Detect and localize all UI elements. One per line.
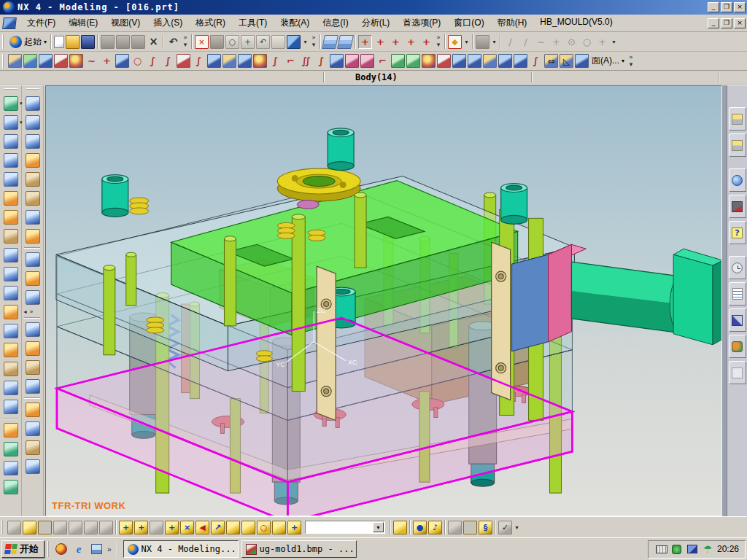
curve-tools-icon[interactable] bbox=[476, 35, 489, 49]
assembly-apply-icon[interactable]: ✓ bbox=[498, 521, 512, 534]
chamfer-icon[interactable] bbox=[422, 54, 436, 68]
wcs-origin-icon[interactable]: + bbox=[404, 35, 418, 49]
sphere-feature-icon[interactable] bbox=[69, 54, 83, 68]
document-icon[interactable] bbox=[2, 18, 17, 29]
form-tool-icon-11[interactable] bbox=[24, 289, 42, 306]
dropdown-arrow[interactable]: ▾ bbox=[301, 35, 309, 49]
menu-item-6[interactable]: 工具(T) bbox=[232, 15, 274, 31]
block-icon[interactable] bbox=[39, 54, 53, 68]
menu-item-8[interactable]: 信息(I) bbox=[316, 15, 355, 31]
form-tool-icon-2[interactable] bbox=[24, 114, 42, 131]
model-tool-icon-9[interactable] bbox=[2, 322, 20, 340]
show-degrees-icon[interactable] bbox=[463, 521, 477, 534]
form-tool-icon-19[interactable] bbox=[24, 458, 42, 475]
task-button-1[interactable]: NX 4 - Modeling... bbox=[123, 540, 239, 558]
model-tool-icon-4[interactable] bbox=[2, 228, 20, 245]
toolbar-grip[interactable] bbox=[1, 520, 5, 534]
draft-icon[interactable] bbox=[452, 54, 466, 68]
arc-icon[interactable]: ~ bbox=[534, 35, 548, 49]
instance-feature-icon[interactable] bbox=[238, 54, 252, 68]
model-tool-icon-1[interactable] bbox=[2, 171, 20, 188]
split-body-icon[interactable]: ∫ bbox=[314, 54, 328, 68]
wave-link-icon[interactable] bbox=[272, 521, 286, 534]
curve-op-icon-2[interactable]: ∫ bbox=[161, 54, 175, 68]
web-browser-tab[interactable] bbox=[729, 168, 746, 192]
combo-dropdown-arrow[interactable]: ▾ bbox=[373, 522, 384, 532]
hole-icon[interactable]: ○ bbox=[131, 54, 144, 68]
delete-icon[interactable]: × bbox=[147, 35, 160, 49]
internet-explorer-icon[interactable]: e bbox=[71, 542, 86, 556]
form-tool-icon-12[interactable] bbox=[24, 321, 42, 338]
arrangement-combo[interactable]: ▾ bbox=[305, 521, 385, 534]
model-tool-icon-10[interactable] bbox=[2, 341, 20, 359]
menu-item-10[interactable]: 首选项(P) bbox=[396, 15, 447, 31]
model-tool-icon-14[interactable] bbox=[2, 421, 20, 439]
dropdown-arrow[interactable]: ▾ bbox=[20, 101, 23, 106]
layer-settings-icon[interactable] bbox=[322, 35, 338, 49]
create-component-icon[interactable]: + bbox=[134, 521, 148, 534]
point-set-icon[interactable] bbox=[575, 54, 589, 68]
open-icon[interactable] bbox=[66, 35, 80, 49]
form-tool-icon-17[interactable] bbox=[24, 420, 42, 438]
component-preview-icon[interactable] bbox=[38, 521, 52, 534]
point-on-curve-icon[interactable]: + bbox=[549, 35, 563, 49]
boss-icon[interactable] bbox=[54, 54, 68, 68]
selection-tool-icon[interactable] bbox=[2, 440, 20, 458]
cut-icon[interactable] bbox=[101, 35, 115, 49]
model-tool-icon-3[interactable] bbox=[2, 209, 20, 226]
explode-icon[interactable] bbox=[448, 521, 462, 534]
mdi-restore-button[interactable]: ❐ bbox=[721, 18, 732, 28]
close-button[interactable]: × bbox=[734, 2, 746, 12]
input-method-icon[interactable] bbox=[656, 544, 667, 554]
circle-icon[interactable]: ○ bbox=[580, 35, 594, 49]
toolbar-grip[interactable] bbox=[2, 54, 6, 69]
form-tool-icon-18[interactable] bbox=[24, 439, 42, 456]
menu-item-12[interactable]: 帮助(H) bbox=[491, 15, 534, 31]
deformable-icon[interactable]: ○ bbox=[257, 521, 271, 534]
graphics-viewport[interactable]: ZC XC YC TFR-TRI WORK bbox=[45, 85, 722, 516]
move-component-icon[interactable]: ◀ bbox=[196, 521, 209, 534]
mate-component-icon[interactable]: × bbox=[180, 521, 194, 534]
form-tool-icon-9[interactable] bbox=[24, 251, 42, 268]
offset-face-icon[interactable] bbox=[483, 54, 497, 68]
dropdown-arrow[interactable]: ▾ bbox=[44, 39, 47, 45]
form-tool-icon-8[interactable] bbox=[24, 228, 42, 245]
menu-item-4[interactable]: 插入(S) bbox=[147, 15, 189, 31]
tools-tab[interactable] bbox=[729, 308, 746, 332]
menu-item-9[interactable]: 分析(L) bbox=[355, 15, 397, 31]
toolbar-overflow[interactable]: »▾ bbox=[434, 34, 443, 50]
subtract-icon[interactable]: ∫ bbox=[268, 54, 282, 68]
toolbar-overflow[interactable]: »▾ bbox=[181, 34, 190, 50]
task-button-2[interactable]: ug-mold1.bmp - ... bbox=[241, 540, 357, 558]
unite-icon[interactable] bbox=[253, 54, 267, 68]
model-tool-icon-7[interactable] bbox=[2, 284, 20, 302]
dropdown-arrow[interactable]: ▾ bbox=[513, 521, 521, 534]
media-player-icon[interactable] bbox=[54, 542, 69, 556]
angle-icon[interactable]: ◺ bbox=[560, 54, 573, 68]
dropdown-arrow[interactable]: ▾ bbox=[622, 58, 624, 64]
wireframe-icon[interactable] bbox=[2, 152, 20, 169]
utility-tray-icon[interactable] bbox=[671, 544, 683, 554]
replace-component-icon[interactable] bbox=[226, 521, 240, 534]
restore-button[interactable]: ❐ bbox=[721, 2, 732, 12]
model-tool-icon-8[interactable] bbox=[2, 303, 20, 321]
toolbar-grip[interactable] bbox=[2, 34, 6, 49]
menu-item-7[interactable]: 装配(A) bbox=[274, 15, 316, 31]
menu-item-5[interactable]: 格式(R) bbox=[189, 15, 232, 31]
reposition-icon[interactable]: ↗ bbox=[211, 521, 225, 534]
show-desktop-icon[interactable] bbox=[89, 542, 104, 556]
soft-blend-icon[interactable] bbox=[391, 54, 405, 68]
form-tool-icon-1[interactable] bbox=[24, 95, 42, 112]
thicken-icon[interactable] bbox=[514, 54, 527, 68]
toolbar-overflow[interactable]: »▾ bbox=[627, 53, 635, 69]
emboss-icon[interactable] bbox=[437, 54, 451, 68]
point-feature-icon[interactable]: + bbox=[100, 54, 114, 68]
corner-icon[interactable]: ⌐ bbox=[376, 54, 390, 68]
wcs-rotate-icon[interactable]: + bbox=[374, 35, 387, 49]
form-tool-icon-15[interactable] bbox=[24, 378, 42, 395]
model-tool-icon-12[interactable] bbox=[2, 379, 20, 397]
start-button[interactable]: 开始 bbox=[1, 540, 44, 558]
spline-icon[interactable]: ~ bbox=[85, 54, 98, 68]
layer-visible-in-view-icon[interactable] bbox=[337, 35, 354, 49]
shaded-tool-icon[interactable]: ▾ bbox=[2, 114, 20, 131]
